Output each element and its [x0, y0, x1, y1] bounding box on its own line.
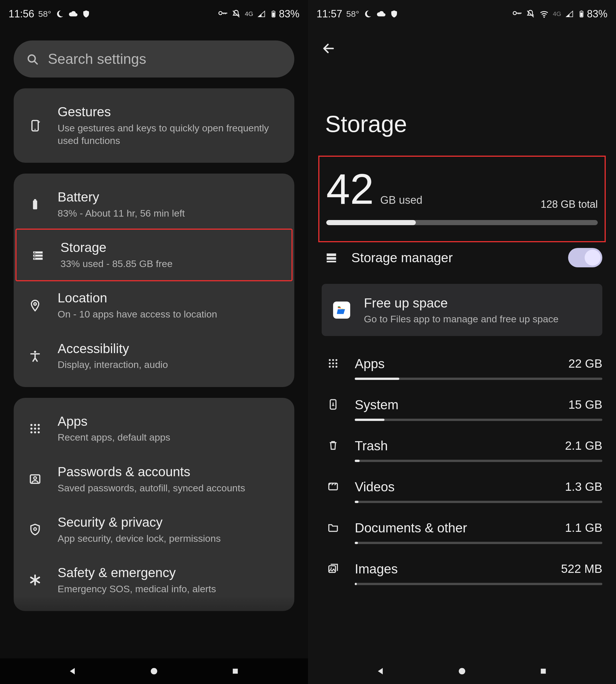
- category-size: 15 GB: [568, 398, 602, 412]
- weather-icon: [376, 9, 386, 19]
- free-up-sub: Go to Files app to manage and free up sp…: [364, 314, 558, 325]
- shield-icon: [25, 523, 45, 536]
- system-icon: [325, 397, 341, 410]
- category-size: 2.1 GB: [565, 439, 602, 453]
- storage-icon: [28, 249, 48, 261]
- category-name: Apps: [355, 356, 385, 371]
- storage-category-videos[interactable]: Videos1.3 GB: [325, 471, 602, 511]
- nav-home[interactable]: [146, 663, 162, 680]
- row-subtitle: Display, interaction, audio: [58, 358, 283, 371]
- status-time: 11:57: [316, 8, 342, 20]
- battery-icon: [270, 9, 277, 19]
- row-title: Gestures: [58, 104, 283, 119]
- apps-grid-icon: [25, 423, 45, 435]
- asterisk-icon: [25, 574, 45, 586]
- back-button[interactable]: [322, 42, 335, 55]
- vpn-key-icon: [218, 9, 227, 19]
- nav-recents[interactable]: [535, 663, 552, 680]
- trash-icon: [325, 438, 341, 451]
- status-time: 11:56: [8, 8, 34, 20]
- storage-category-images[interactable]: Images522 MB: [325, 553, 602, 594]
- category-size: 522 MB: [561, 562, 602, 576]
- row-subtitle: Use gestures and keys to quickly open fr…: [58, 122, 283, 147]
- storage-category-trash[interactable]: Trash2.1 GB: [325, 430, 602, 471]
- settings-row-passwords[interactable]: Passwords & accountsSaved passwords, aut…: [14, 454, 294, 504]
- settings-list-screen: 11:56 58° 4G 83% Search settings Ges: [0, 0, 308, 658]
- storage-category-system[interactable]: System15 GB: [325, 388, 602, 430]
- storage-category-docs[interactable]: Documents & other1.1 GB: [325, 511, 602, 553]
- category-bar: [355, 460, 602, 462]
- used-unit: GB used: [380, 194, 422, 206]
- dnd-icon: [526, 9, 535, 19]
- battery-pct: 83%: [279, 8, 300, 20]
- storage-manager-toggle[interactable]: [568, 248, 602, 267]
- shield-status-icon: [390, 10, 398, 18]
- status-temp: 58°: [346, 9, 359, 19]
- category-size: 1.1 GB: [565, 521, 602, 535]
- nav-back[interactable]: [64, 663, 81, 680]
- free-up-title: Free up space: [364, 295, 558, 311]
- settings-row-gestures[interactable]: GesturesUse gestures and keys to quickly…: [14, 91, 294, 160]
- search-icon: [26, 53, 38, 65]
- settings-row-storage[interactable]: Storage33% used - 85.85 GB free: [16, 229, 292, 281]
- row-title: Location: [58, 291, 283, 305]
- row-title: Safety & emergency: [58, 565, 283, 580]
- files-app-icon: [333, 301, 350, 319]
- row-title: Battery: [58, 189, 283, 205]
- signal-icon: [565, 10, 574, 18]
- search-settings[interactable]: Search settings: [14, 41, 294, 77]
- status-bar: 11:57 58° 4G 83%: [308, 3, 616, 23]
- phone-sparkle-icon: [25, 119, 45, 132]
- row-subtitle: 83% - About 11 hr, 56 min left: [58, 207, 283, 220]
- moon-icon: [55, 9, 64, 19]
- nav-home[interactable]: [454, 663, 470, 680]
- row-subtitle: 33% used - 85.85 GB free: [61, 257, 280, 270]
- folder-icon: [325, 520, 341, 533]
- total-label: 128 GB total: [541, 198, 598, 210]
- row-title: Passwords & accounts: [58, 464, 283, 479]
- category-name: Documents & other: [355, 520, 467, 535]
- used-value: 42: [326, 165, 374, 213]
- row-subtitle: Recent apps, default apps: [58, 431, 283, 443]
- dnd-icon: [231, 9, 241, 19]
- network-type-label: 4G: [553, 10, 561, 18]
- row-title: Security & privacy: [58, 515, 283, 530]
- category-bar: [355, 501, 602, 503]
- battery-icon: [578, 9, 585, 19]
- storage-manager-row[interactable]: Storage manager: [308, 236, 616, 279]
- category-name: Videos: [355, 479, 395, 495]
- images-icon: [325, 561, 341, 574]
- account-box-icon: [25, 473, 45, 485]
- category-bar: [355, 378, 602, 380]
- location-icon: [25, 299, 45, 312]
- settings-row-location[interactable]: LocationOn - 10 apps have access to loca…: [14, 280, 294, 330]
- moon-icon: [363, 9, 372, 19]
- row-title: Storage: [61, 240, 280, 255]
- settings-row-safety[interactable]: Safety & emergencyEmergency SOS, medical…: [14, 555, 294, 608]
- category-bar: [355, 419, 602, 421]
- status-bar: 11:56 58° 4G 83%: [0, 3, 308, 23]
- category-name: System: [355, 397, 398, 412]
- signal-icon: [257, 10, 266, 18]
- storage-usage-summary: 42 GB used 128 GB total: [322, 160, 602, 236]
- free-up-space-card[interactable]: Free up space Go to Files app to manage …: [322, 284, 602, 336]
- storage-category-apps[interactable]: Apps22 GB: [325, 347, 602, 388]
- nav-recents[interactable]: [227, 663, 244, 680]
- vpn-key-icon: [512, 9, 522, 19]
- settings-row-battery[interactable]: Battery83% - About 11 hr, 56 min left: [14, 177, 294, 230]
- search-placeholder: Search settings: [48, 51, 146, 67]
- row-subtitle: Saved passwords, autofill, synced accoun…: [58, 482, 283, 494]
- settings-row-apps[interactable]: AppsRecent apps, default apps: [14, 401, 294, 454]
- page-title: Storage: [308, 62, 616, 160]
- shield-status-icon: [82, 10, 90, 18]
- nav-back[interactable]: [372, 663, 389, 680]
- battery-pct: 83%: [587, 8, 608, 20]
- storage-manager-label: Storage manager: [351, 250, 554, 265]
- settings-row-security[interactable]: Security & privacyApp security, device l…: [14, 504, 294, 555]
- settings-row-accessibility[interactable]: AccessibilityDisplay, interaction, audio: [14, 331, 294, 384]
- row-title: Accessibility: [58, 341, 283, 356]
- row-subtitle: On - 10 apps have access to location: [58, 308, 283, 320]
- category-bar: [355, 542, 602, 544]
- wifi-icon: [539, 9, 549, 19]
- nav-bar: [308, 658, 616, 684]
